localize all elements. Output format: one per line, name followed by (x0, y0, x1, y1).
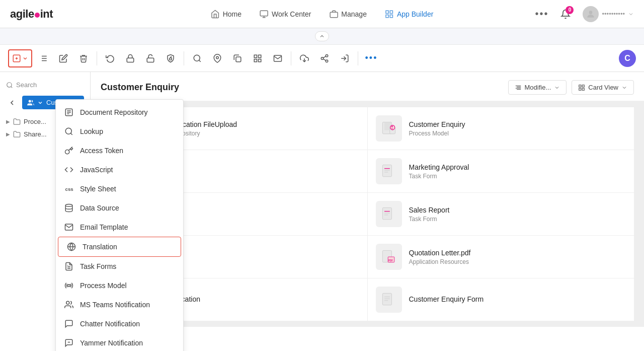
properties-button[interactable] (34, 49, 52, 67)
nav-manage-label: Manage (341, 10, 367, 18)
tree-chevron-2: ▶ (6, 131, 10, 137)
card-info-8: Quotation Letter.pdf Application Resourc… (409, 249, 471, 265)
menu-item-ms-teams[interactable]: MS Teams Notification (56, 295, 183, 314)
access-token-icon (64, 146, 74, 156)
database-icon (64, 203, 74, 213)
preview-button[interactable] (188, 49, 206, 67)
css-icon: css (64, 184, 74, 194)
menu-item-lookup[interactable]: Lookup (56, 122, 183, 141)
unlock-button[interactable] (141, 49, 159, 67)
svg-rect-4 (386, 11, 388, 13)
svg-rect-26 (254, 59, 257, 61)
card-info-4: Marketing Approval Task Form (409, 163, 469, 180)
view-button[interactable]: Card View (572, 80, 634, 95)
card-icon-10 (376, 287, 402, 313)
layout-button[interactable] (249, 49, 267, 67)
shield-lock-icon (166, 54, 175, 63)
menu-item-ms-teams-label: MS Teams Notification (80, 301, 150, 309)
clone-icon (233, 54, 242, 63)
clone-button[interactable] (228, 49, 247, 67)
svg-point-31 (326, 60, 328, 62)
lock-button[interactable] (121, 49, 139, 67)
nav-workcenter[interactable]: Work Center (253, 6, 318, 23)
svg-point-50 (66, 301, 69, 304)
export-button[interactable] (295, 49, 313, 67)
card-item-6[interactable]: Sales Report Task Form (368, 193, 634, 235)
menu-item-chatter[interactable]: Chatter Notification (56, 314, 183, 333)
nav-workcenter-label: Work Center (272, 10, 311, 18)
collapse-button[interactable] (315, 31, 329, 41)
back-icon (8, 99, 16, 107)
toolbar: ••• C (0, 45, 644, 72)
sidebar-search-icon (6, 82, 13, 89)
dropdown-chevron-icon (22, 55, 28, 61)
nav-manage[interactable]: Manage (322, 6, 374, 23)
menu-item-style-sheet[interactable]: css Style Sheet (56, 179, 183, 198)
menu-item-access-token[interactable]: Access Token (56, 141, 183, 160)
globe-icon (66, 242, 76, 252)
new-dropdown-button[interactable] (8, 49, 32, 67)
menu-item-email-template[interactable]: Email Template (56, 218, 183, 237)
menu-item-yammer[interactable]: Yammer Notification (56, 333, 183, 351)
unlock-icon (146, 54, 155, 63)
document-repository-icon (64, 107, 74, 117)
lock-icon (126, 54, 135, 63)
sort-chevron-icon (554, 85, 560, 91)
folder-icon-2 (13, 130, 21, 138)
menu-item-data-source[interactable]: Data Source (56, 198, 183, 218)
grid-icon (385, 10, 394, 19)
nav-more-btn[interactable]: ••• (535, 8, 548, 20)
menu-item-task-forms[interactable]: Task Forms (56, 257, 183, 276)
svg-rect-81 (382, 207, 391, 219)
menu-item-javascript[interactable]: JavaScript (56, 160, 183, 179)
teams-icon (64, 300, 74, 310)
content-controls: Modifie... Card View (508, 80, 634, 95)
menu-item-yammer-label: Yammer Notification (80, 339, 143, 347)
svg-rect-27 (259, 59, 261, 61)
history-button[interactable] (101, 49, 119, 67)
menu-item-process-model[interactable]: Process Model (56, 276, 183, 295)
more-toolbar-btn[interactable]: ••• (362, 49, 380, 67)
card-icon-4 (376, 158, 402, 184)
svg-point-42 (65, 128, 71, 134)
menu-item-document-repository[interactable]: Document Repository (56, 103, 183, 122)
nav-appbuilder[interactable]: App Builder (378, 6, 440, 23)
nav-appbuilder-label: App Builder (397, 10, 433, 18)
sidebar-back-button[interactable] (6, 97, 18, 109)
sidebar-search[interactable]: Search (0, 78, 90, 94)
card-item-4[interactable]: Marketing Approval Task Form (368, 150, 634, 192)
card-item-8[interactable]: PDF Quotation Letter.pdf Application Res… (368, 236, 634, 278)
location-button[interactable] (208, 49, 226, 67)
import-button[interactable] (336, 49, 354, 67)
card-item-2[interactable]: Customer Enquiry Process Model (368, 107, 634, 150)
share-button[interactable] (315, 49, 334, 67)
notification-badge: 0 (566, 6, 574, 14)
menu-item-javascript-label: JavaScript (80, 166, 113, 174)
svg-text:PDF: PDF (388, 259, 393, 262)
menu-item-email-template-label: Email Template (80, 223, 128, 231)
card-name-8: Quotation Letter.pdf (409, 249, 471, 257)
menu-item-document-repository-label: Document Repository (80, 108, 148, 116)
email-toolbar-button[interactable] (269, 49, 287, 67)
separator-1 (97, 51, 97, 65)
sort-button[interactable]: Modifie... (508, 80, 567, 95)
svg-rect-20 (170, 58, 172, 60)
delete-button[interactable] (74, 49, 93, 67)
card-info-6: Sales Report Task Form (409, 206, 450, 223)
nav-items: Home Work Center Manage App Builder (204, 6, 441, 23)
layout-icon (253, 54, 262, 63)
svg-point-35 (7, 82, 12, 87)
nav-home[interactable]: Home (204, 6, 249, 23)
menu-item-translation[interactable]: Translation (58, 237, 181, 257)
user-chevron-icon (628, 11, 634, 17)
card-type-8: Application Resources (409, 258, 471, 265)
notification-button[interactable]: 0 (556, 5, 575, 23)
svg-rect-59 (582, 88, 584, 90)
import-icon (340, 54, 349, 63)
logo-text: agileint (10, 8, 53, 21)
user-area[interactable]: •••••••••• (583, 6, 634, 22)
shield-button[interactable] (162, 49, 180, 67)
card-item-10[interactable]: Customer Enquiry Form (368, 278, 634, 321)
edit-button[interactable] (54, 49, 72, 67)
logo[interactable]: agileint (10, 8, 53, 21)
